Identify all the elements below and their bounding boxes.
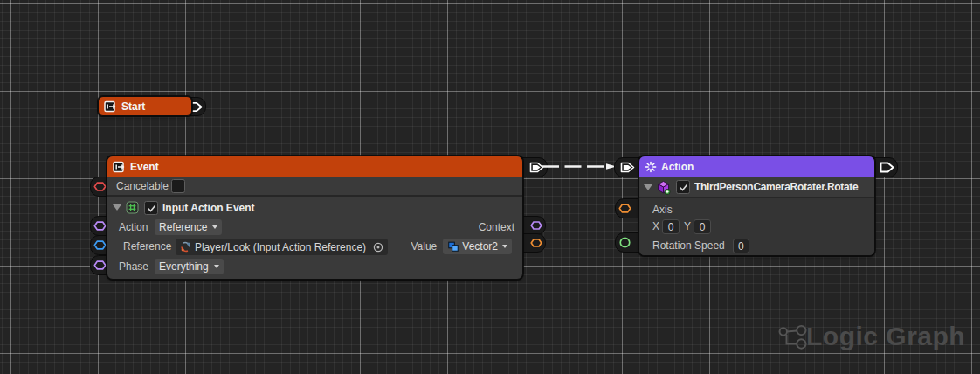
cancelable-checkbox[interactable]: [171, 179, 185, 193]
phase-label: Phase: [119, 260, 148, 273]
x-field[interactable]: 0: [662, 219, 680, 234]
axis-label: Axis: [652, 204, 673, 216]
input-action-asset-icon: [180, 241, 191, 253]
start-node-title: Start: [121, 100, 145, 113]
trigger-arrow-icon: [619, 161, 635, 174]
trigger-arrow-icon: [879, 161, 894, 174]
action-node-header[interactable]: Action: [639, 156, 874, 177]
y-label: Y: [684, 220, 691, 232]
member-enabled-checkbox[interactable]: [676, 180, 690, 194]
action-node[interactable]: Action ThirdPersonCameraRotater.Rotate A…: [638, 156, 875, 256]
reference-label: Reference: [123, 240, 171, 253]
event-enabled-checkbox[interactable]: [144, 201, 158, 215]
event-node-header[interactable]: Event: [107, 156, 522, 177]
script-cube-icon: [656, 180, 671, 195]
object-picker-icon[interactable]: [373, 242, 383, 253]
action-dropdown[interactable]: Reference: [155, 219, 222, 235]
dropdown-caret-icon: [212, 225, 217, 229]
context-label: Context: [479, 221, 514, 233]
event-icon: [113, 161, 126, 173]
rotation-speed-field[interactable]: 0: [733, 239, 749, 253]
cancelable-label: Cancelable: [116, 180, 169, 192]
value-label: Value: [411, 240, 437, 253]
phase-dropdown[interactable]: Everything: [155, 259, 224, 274]
rotation-speed-label: Rotation Speed: [652, 239, 725, 252]
foldout-icon[interactable]: [644, 184, 652, 190]
x-label: X: [652, 220, 659, 232]
action-node-title: Action: [661, 161, 694, 173]
member-name: ThirdPersonCameraRotater.Rotate: [694, 181, 858, 193]
connection-wire[interactable]: [542, 159, 619, 174]
gear-icon: [645, 161, 657, 173]
watermark-icon: [777, 324, 809, 350]
reference-object-field[interactable]: Player/Look (Input Action Reference): [176, 239, 388, 255]
group-title: Input Action Event: [162, 202, 255, 214]
action-label: Action: [119, 221, 148, 233]
foldout-icon[interactable]: [113, 204, 121, 211]
hash-icon: [126, 201, 139, 214]
y-field[interactable]: 0: [694, 219, 711, 234]
event-node[interactable]: Event Cancelable Input Action Event Acti…: [107, 156, 523, 280]
watermark-text: Logic Graph: [806, 322, 965, 351]
vector2-icon: [447, 240, 459, 253]
dropdown-caret-icon: [502, 245, 507, 248]
start-node[interactable]: Start: [98, 96, 192, 116]
dropdown-caret-icon: [214, 265, 219, 268]
event-icon: [104, 100, 117, 113]
value-type-dropdown[interactable]: Vector2: [443, 239, 512, 254]
event-node-title: Event: [130, 161, 159, 173]
graph-canvas[interactable]: Start Event C: [0, 0, 980, 374]
